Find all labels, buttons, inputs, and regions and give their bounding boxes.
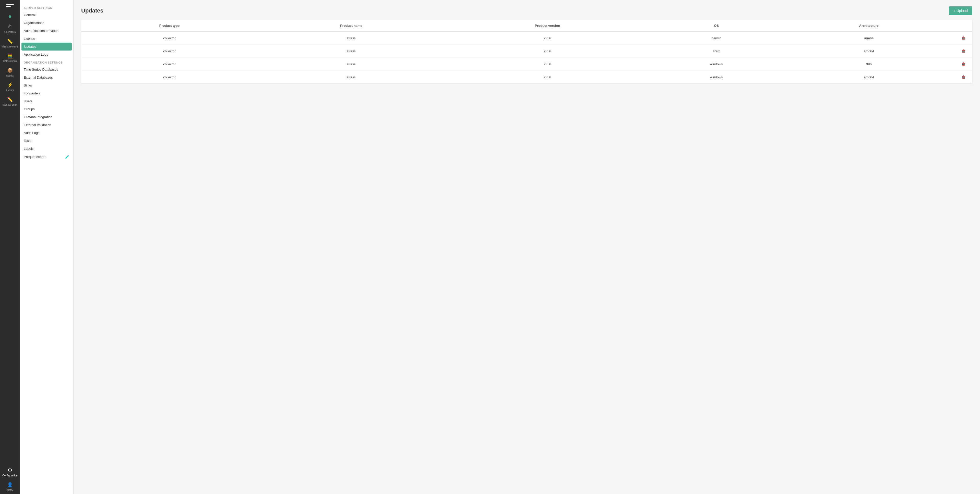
- cell-version-3: 2.0.6: [445, 71, 650, 84]
- nav-dot: [9, 15, 11, 18]
- org-settings-heading: ORGANIZATION SETTINGS: [20, 59, 73, 65]
- cell-os-1: linux: [650, 44, 783, 58]
- page-header: Updates + Upload: [81, 6, 972, 15]
- nav-label-configuration: Configuration: [2, 474, 18, 477]
- sidebar-item-organizations[interactable]: Organizations: [20, 19, 73, 27]
- nav-label-assets: Assets: [6, 74, 14, 77]
- cell-arch-1: amd64: [783, 44, 955, 58]
- nav-item-calculations[interactable]: 🧮 Calculations: [0, 51, 20, 65]
- sidebar-item-general[interactable]: General: [20, 11, 73, 19]
- col-header-architecture: Architecture: [783, 20, 955, 32]
- sidebar-item-parquet-export[interactable]: Parquet export 🧪: [20, 152, 73, 161]
- measurements-icon: 📏: [7, 38, 13, 44]
- cell-arch-2: 386: [783, 58, 955, 71]
- table-row: collectorstress2.0.6windows386🗑: [81, 58, 972, 71]
- calculations-icon: 🧮: [7, 53, 13, 59]
- cell-delete-2: 🗑: [955, 58, 972, 71]
- col-header-product-type: Product type: [81, 20, 258, 32]
- col-header-product-version: Product version: [445, 20, 650, 32]
- delete-button-1[interactable]: 🗑: [960, 48, 967, 54]
- cell-type-2: collector: [81, 58, 258, 71]
- sidebar-item-application-logs[interactable]: Application Logs: [20, 51, 73, 59]
- sidebar-item-license[interactable]: License: [20, 35, 73, 43]
- lab-icon: 🧪: [65, 155, 70, 159]
- main-content: Updates + Upload Product type Product na…: [73, 0, 980, 494]
- cell-arch-0: arm64: [783, 32, 955, 44]
- nav-item-events[interactable]: ⚡ Events: [0, 79, 20, 94]
- assets-icon: 📦: [7, 68, 13, 73]
- sidebar-item-audit-logs[interactable]: Audit Logs: [20, 129, 73, 137]
- nav-label-collectors: Collectors: [4, 31, 16, 33]
- sidebar-item-grafana[interactable]: Grafana Integration: [20, 113, 73, 121]
- sidebar-item-auth-providers[interactable]: Authentication providers: [20, 27, 73, 35]
- updates-table-container: Product type Product name Product versio…: [81, 20, 972, 83]
- upload-button[interactable]: + Upload: [949, 6, 972, 15]
- cell-type-1: collector: [81, 44, 258, 58]
- cell-delete-3: 🗑: [955, 71, 972, 84]
- sidebar-item-time-series-db[interactable]: Time Series Databases: [20, 65, 73, 73]
- server-settings-heading: SERVER SETTINGS: [20, 4, 73, 11]
- nav-bar: ⏱ Collectors 📏 Measurements 🧮 Calculatio…: [0, 0, 20, 494]
- nav-item-measurements[interactable]: 📏 Measurements: [0, 36, 20, 51]
- sidebar-item-ext-validation[interactable]: External Validation: [20, 121, 73, 129]
- sidebar-item-updates[interactable]: Updates: [21, 43, 72, 51]
- logo-bar-1: [6, 4, 14, 5]
- events-icon: ⚡: [7, 82, 13, 88]
- cell-version-0: 2.0.6: [445, 32, 650, 44]
- nav-item-assets[interactable]: 📦 Assets: [0, 65, 20, 79]
- nav-label-events: Events: [6, 89, 14, 92]
- cell-arch-3: amd64: [783, 71, 955, 84]
- cell-delete-0: 🗑: [955, 32, 972, 44]
- collectors-icon: ⏱: [8, 24, 12, 30]
- cell-os-2: windows: [650, 58, 783, 71]
- cell-version-1: 2.0.6: [445, 44, 650, 58]
- sidebar-item-tasks[interactable]: Tasks: [20, 137, 73, 145]
- nav-label-calculations: Calculations: [3, 60, 17, 62]
- cell-name-3: stress: [258, 71, 445, 84]
- col-header-actions: [955, 20, 972, 32]
- sidebar-item-sinks[interactable]: Sinks: [20, 81, 73, 89]
- table-row: collectorstress2.0.6darwinarm64🗑: [81, 32, 972, 44]
- delete-button-0[interactable]: 🗑: [960, 35, 967, 41]
- table-row: collectorstress2.0.6windowsamd64🗑: [81, 71, 972, 84]
- page-title: Updates: [81, 7, 103, 14]
- col-header-product-name: Product name: [258, 20, 445, 32]
- nav-bottom: ⚙ Configuration 👤 factry: [0, 464, 20, 494]
- col-header-os: OS: [650, 20, 783, 32]
- table-row: collectorstress2.0.6linuxamd64🗑: [81, 44, 972, 58]
- manual-entry-icon: ✏️: [7, 97, 13, 102]
- cell-type-3: collector: [81, 71, 258, 84]
- cell-name-0: stress: [258, 32, 445, 44]
- sidebar: SERVER SETTINGS General Organizations Au…: [20, 0, 73, 494]
- cell-name-1: stress: [258, 44, 445, 58]
- cell-version-2: 2.0.6: [445, 58, 650, 71]
- nav-item-configuration[interactable]: ⚙ Configuration: [0, 464, 20, 480]
- nav-label-measurements: Measurements: [2, 45, 18, 48]
- user-icon: 👤: [7, 482, 13, 488]
- table-header-row: Product type Product name Product versio…: [81, 20, 972, 32]
- cell-type-0: collector: [81, 32, 258, 44]
- configuration-icon: ⚙: [8, 467, 12, 473]
- nav-label-user: factry: [7, 489, 13, 491]
- sidebar-item-labels[interactable]: Labels: [20, 145, 73, 152]
- delete-button-2[interactable]: 🗑: [960, 61, 967, 67]
- delete-button-3[interactable]: 🗑: [960, 74, 967, 80]
- sidebar-item-external-db[interactable]: External Databases: [20, 73, 73, 81]
- cell-os-0: darwin: [650, 32, 783, 44]
- cell-delete-1: 🗑: [955, 44, 972, 58]
- nav-label-manual-entry: Manual entry: [3, 103, 18, 106]
- logo-bar-2: [6, 6, 11, 7]
- app-logo: [5, 3, 15, 10]
- nav-item-collectors[interactable]: ⏱ Collectors: [0, 22, 20, 36]
- sidebar-item-groups[interactable]: Groups: [20, 105, 73, 113]
- nav-item-manual-entry[interactable]: ✏️ Manual entry: [0, 94, 20, 109]
- cell-name-2: stress: [258, 58, 445, 71]
- parquet-export-label: Parquet export: [24, 155, 45, 159]
- sidebar-item-users[interactable]: Users: [20, 97, 73, 105]
- sidebar-item-forwarders[interactable]: Forwarders: [20, 89, 73, 97]
- updates-table: Product type Product name Product versio…: [81, 20, 972, 83]
- cell-os-3: windows: [650, 71, 783, 84]
- nav-item-user[interactable]: 👤 factry: [0, 480, 20, 494]
